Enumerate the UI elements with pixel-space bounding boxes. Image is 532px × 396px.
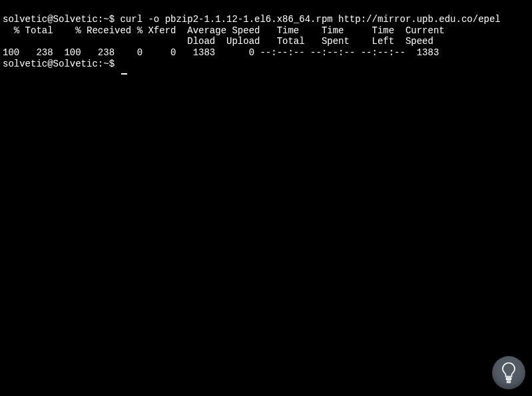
watermark-icon — [492, 356, 525, 389]
lightbulb-icon — [499, 361, 518, 384]
command-text: curl -o pbzip2-1.1.12-1.el6.x86_64.rpm h… — [120, 14, 500, 25]
curl-header-row-1: % Total % Received % Xferd Average Speed… — [3, 25, 445, 36]
curl-header-row-2: Dload Upload Total Spent Left Speed — [3, 36, 433, 47]
cursor — [121, 73, 127, 75]
prompt: solvetic@Solvetic:~$ — [3, 14, 120, 25]
curl-progress-row: 100 238 100 238 0 0 1383 0 --:--:-- --:-… — [3, 47, 439, 58]
terminal-output[interactable]: solvetic@Solvetic:~$ curl -o pbzip2-1.1.… — [3, 3, 529, 70]
prompt: solvetic@Solvetic:~$ — [3, 59, 120, 69]
